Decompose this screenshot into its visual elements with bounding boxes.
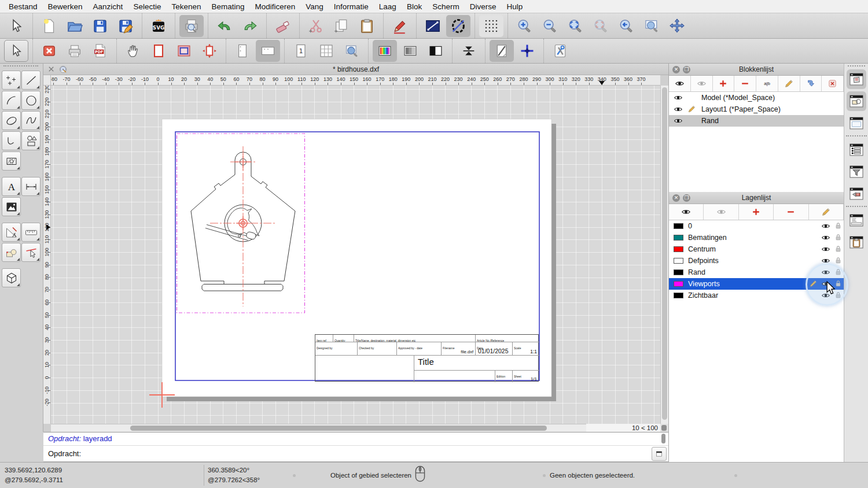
menu-selectie[interactable]: Selectie (128, 0, 166, 13)
menu-vang[interactable]: Vang (300, 0, 329, 13)
dock-drag-handle[interactable] (848, 65, 865, 66)
copy-button[interactable] (329, 15, 354, 37)
layer-lock-icon[interactable] (834, 221, 843, 232)
page-single-button[interactable]: 1 (289, 40, 313, 62)
show-all-blocks-button[interactable] (669, 76, 691, 91)
menu-tekenen[interactable]: Tekenen (166, 0, 206, 13)
add-layer-button[interactable] (739, 204, 774, 220)
menu-informatie[interactable]: Informatie (329, 0, 374, 13)
property-pencil-button[interactable] (388, 15, 412, 37)
undo-button[interactable] (212, 15, 237, 37)
solid-tool-button[interactable] (2, 268, 21, 287)
pan-zoom-button[interactable] (665, 15, 689, 37)
menu-bemating[interactable]: Bemating (206, 0, 249, 13)
eraser-button[interactable] (271, 15, 295, 37)
menu-blok[interactable]: Blok (402, 0, 427, 13)
print-button[interactable] (62, 40, 87, 62)
menu-diverse[interactable]: Diverse (465, 0, 502, 13)
menu-scherm[interactable]: Scherm (427, 0, 465, 13)
block-row[interactable]: Model (*Model_Space) (669, 92, 844, 103)
insert-block-button[interactable] (800, 76, 822, 91)
save-button[interactable] (88, 15, 112, 37)
selection-filter-panel-toggle[interactable] (847, 162, 866, 182)
viewport-box-button[interactable] (172, 40, 196, 62)
draw-border-button[interactable] (146, 40, 171, 62)
hide-all-layers-button[interactable] (704, 204, 738, 220)
layer-lock-icon[interactable] (834, 245, 843, 255)
image-tool-button[interactable] (2, 197, 21, 216)
page-landscape-button[interactable] (256, 40, 280, 62)
line-tool-button[interactable] (21, 71, 41, 90)
command-input[interactable] (84, 447, 652, 461)
settings-tools-button[interactable] (548, 40, 572, 62)
delete-block-button[interactable] (822, 76, 844, 91)
print-preview-button[interactable] (179, 15, 204, 37)
remove-block-button[interactable] (734, 76, 756, 91)
select-entity-tool-button[interactable] (21, 243, 41, 262)
edit-block-button[interactable] (778, 76, 800, 91)
color-full-button[interactable] (373, 40, 397, 62)
modify-tool-button[interactable] (2, 223, 21, 242)
crosshair-button[interactable] (515, 40, 539, 62)
polyline-tool-button[interactable] (2, 131, 21, 150)
command-history-scrollbar[interactable] (661, 434, 665, 443)
close-doc-button[interactable] (37, 40, 61, 62)
layer-row[interactable]: 0 (669, 220, 844, 232)
save-as-button[interactable] (113, 15, 138, 37)
palette-drag-handle[interactable] (3, 65, 38, 69)
horizontal-scrollbar-thumb[interactable] (130, 426, 547, 431)
draft-page-button[interactable] (490, 40, 514, 62)
redo-button[interactable] (238, 15, 262, 37)
ellipse-tool-button[interactable] (2, 111, 21, 130)
open-folder-button[interactable] (62, 15, 87, 37)
block-visible-icon[interactable] (674, 93, 683, 104)
menu-hulp[interactable]: Hulp (501, 0, 528, 13)
select-pointer-button[interactable] (4, 40, 28, 62)
color-gray-button[interactable] (398, 40, 422, 62)
zoom-fit-button[interactable] (563, 15, 587, 37)
vertical-scrollbar[interactable] (660, 86, 668, 424)
menu-aanzicht[interactable]: Aanzicht (88, 0, 128, 13)
color-bw-button[interactable] (424, 40, 448, 62)
measure-tool-button[interactable] (21, 223, 41, 242)
zoom-out-button[interactable] (538, 15, 562, 37)
block-visible-icon[interactable] (674, 105, 683, 116)
layer-visible-icon[interactable] (821, 233, 830, 244)
page-portrait-button[interactable] (230, 40, 255, 62)
block-row[interactable]: Layout1 (*Paper_Space) (669, 103, 844, 115)
spline-tool-button[interactable] (21, 111, 41, 130)
layer-row[interactable]: Centrum (669, 243, 844, 255)
preview-zoom-button[interactable] (340, 40, 364, 62)
zoom-selection-button[interactable] (589, 15, 613, 37)
block-visible-icon[interactable] (674, 116, 683, 127)
menu-bewerken[interactable]: Bewerken (43, 0, 88, 13)
paste-button[interactable] (355, 15, 379, 37)
grid-toggle-button[interactable] (479, 15, 503, 37)
line-settings-button[interactable] (421, 15, 445, 37)
draft-mode-button[interactable] (446, 15, 470, 37)
drawing-area[interactable]: Item ref Quantity Title/Name, destinatio… (51, 86, 660, 424)
pointer-button[interactable] (4, 15, 28, 37)
command-line-panel-toggle[interactable] (847, 210, 866, 230)
cut-button[interactable] (304, 15, 328, 37)
show-all-layers-button[interactable] (669, 204, 704, 220)
point-tool-button[interactable] (2, 71, 21, 90)
layer-visible-icon[interactable] (821, 221, 830, 232)
rename-block-button[interactable]: a|b (756, 76, 778, 91)
pan-hand-button[interactable] (121, 40, 145, 62)
block-tool-button[interactable] (2, 243, 21, 262)
shapes-tool-button[interactable] (21, 131, 41, 150)
text-tool-button[interactable]: A (2, 177, 21, 196)
zoom-previous-button[interactable] (614, 15, 638, 37)
remove-layer-button[interactable] (774, 204, 808, 220)
edit-layer-button[interactable] (809, 204, 844, 220)
zoom-in-button[interactable] (512, 15, 536, 37)
lineweight-button[interactable] (457, 40, 481, 62)
property-editor-panel-toggle[interactable] (847, 69, 866, 89)
new-file-button[interactable] (37, 15, 61, 37)
arc-tool-button[interactable] (2, 91, 21, 110)
layer-visible-icon[interactable] (821, 245, 830, 256)
hide-all-blocks-button[interactable] (691, 76, 713, 91)
layer-list-panel-toggle[interactable] (847, 140, 866, 160)
circle-tool-button[interactable] (21, 91, 41, 110)
